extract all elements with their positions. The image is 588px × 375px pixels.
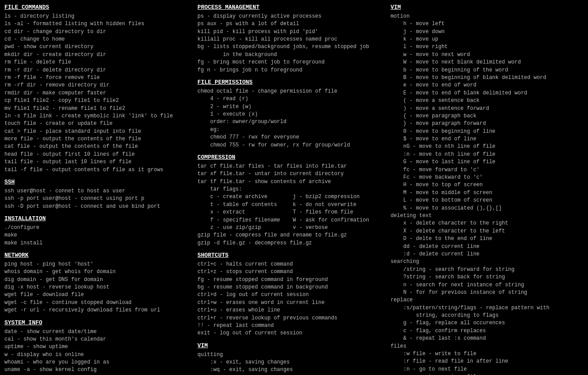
content-line: ctrl+r - reverse lookup of previous comm… xyxy=(197,315,385,322)
content-line: rm -r dir - delete directory dir xyxy=(4,67,192,74)
content-line: fg - bring most recent job to foreground xyxy=(197,59,385,66)
content-line: c - create archive j - bzip2 compression xyxy=(197,193,385,201)
content-line: H - move to top of screen xyxy=(391,181,578,189)
content-line: j - move down xyxy=(391,28,578,36)
content-line: ls -al - formatted listing with hidden f… xyxy=(4,20,192,28)
content-line: G - move to last line of file xyxy=(391,158,578,166)
content-line: ln -s file link - create symbolic link '… xyxy=(4,112,192,120)
content-line: n - search for next instance of string xyxy=(391,281,578,289)
content-line: Fc - move backward to 'c' xyxy=(391,174,578,181)
content-line: gzip file - compress file and rename to … xyxy=(197,232,385,239)
content-line: cp file1 file2 - copy file1 to file2 xyxy=(4,97,192,105)
content-line: ping host - ping host 'host' xyxy=(4,261,192,268)
content-line: dig domain - get DNS for domain xyxy=(4,276,192,284)
section-title-file-permissions: FILE PERMISSIONS xyxy=(197,79,385,87)
content-line: :r file - read file in after line xyxy=(391,358,578,365)
content-line: files xyxy=(391,343,578,350)
content-line: rm file - delete file xyxy=(4,59,192,66)
section-title-shortcuts: SHORTCUTS xyxy=(197,251,385,260)
content-line: tar tf file.tar - show contents of archi… xyxy=(197,178,385,186)
content-line: rmdir dir - make computer faster xyxy=(4,90,192,97)
content-line: head file - output first 10 lines of fil… xyxy=(4,151,192,158)
content-line: :wq - exit, saving changes xyxy=(197,366,385,374)
content-line: tail file - output last 10 lines of file xyxy=(4,158,192,166)
content-line: cal - show this month's calendar xyxy=(4,336,192,343)
content-line: D - delte to the end of line xyxy=(391,235,578,243)
content-line: ctrl+u - erases whole line xyxy=(197,307,385,314)
content-line: make install xyxy=(4,240,192,247)
content-line: ( - move a sentence back xyxy=(391,97,578,105)
content-line: cd - change to home xyxy=(4,36,192,43)
page-layout: FILE COMMANDSls - directory listingls -a… xyxy=(4,4,584,375)
content-line: fc - move forward to 'c' xyxy=(391,166,578,174)
content-line: 1 - execute (x) xyxy=(197,111,385,118)
content-line: ls - directory listing xyxy=(4,13,192,20)
column-3: VIMmotion h - move left j - move down k … xyxy=(391,4,584,375)
content-line: cat > file - place standard input into f… xyxy=(4,128,192,135)
content-line: bg - resume stopped command in backgroun… xyxy=(197,284,385,291)
content-line: e - move to end of word xyxy=(391,82,578,89)
content-line: X - delete character to the left xyxy=(391,228,578,235)
content-line: searching xyxy=(391,258,578,266)
section-title-ssh: SSH xyxy=(4,178,192,187)
content-line: fg n - brings job n to foreground xyxy=(197,67,385,74)
content-line: ps aux - ps with a lot of detail xyxy=(197,20,385,28)
content-line: ) - move a sentence forward xyxy=(391,105,578,112)
content-line: chmod 755 - rw for owner, rx for group/w… xyxy=(197,142,385,149)
content-line: chmod octal file - change permission of … xyxy=(197,88,385,95)
content-line: E - move to end of blank delimited word xyxy=(391,90,578,97)
content-line: more file - output the contents of the f… xyxy=(4,135,192,143)
content-line: touch file - create or update file xyxy=(4,120,192,128)
content-line: exit - log out of current session xyxy=(197,330,385,337)
content-line: ctrl+z - stops current command xyxy=(197,268,385,276)
content-line: :n - move to nth line of file xyxy=(391,151,578,158)
content-line: ctrl+w - erases one word in current line xyxy=(197,299,385,307)
content-line: cat file - output the contents of the fi… xyxy=(4,143,192,150)
content-line: whoami - who are you logged in as xyxy=(4,359,192,366)
content-line: c - flag, confirm replaces xyxy=(391,327,578,335)
content-line: L - move to bottom of screen xyxy=(391,197,578,204)
content-line: ?string - search back for string xyxy=(391,274,578,281)
content-line: wget -r url - recursively download files… xyxy=(4,307,192,314)
content-line: w - move to next word xyxy=(391,51,578,59)
content-line: tar flags: xyxy=(197,186,385,193)
content-line: W - move to next blank delimited word xyxy=(391,59,578,66)
content-line: gzip -d file.gz - decompress file.gz xyxy=(197,240,385,247)
content-line: { - move paragraph back xyxy=(391,112,578,120)
content-line: % - move to associated (),{},[] xyxy=(391,205,578,212)
content-line: in the background xyxy=(197,51,385,59)
content-line: x - delete character to the right xyxy=(391,220,578,227)
content-line: B - move to beginning of blank delimited… xyxy=(391,74,578,82)
content-line: rm -rf dir - remove directory dir xyxy=(4,82,192,89)
content-line: quitting xyxy=(197,351,385,359)
content-line: string, according to flags xyxy=(391,312,578,319)
content-line: wget file - download file xyxy=(4,291,192,299)
content-line: date - show current date/time xyxy=(4,328,192,336)
content-line: l - move right xyxy=(391,43,578,51)
content-line: mkdir dir - create directory dir xyxy=(4,51,192,59)
content-line: :p - go to previous file xyxy=(391,373,578,375)
content-line: motion xyxy=(391,13,578,20)
content-line: ps - display currently active processes xyxy=(197,13,385,20)
content-line: :s/pattern/string/flags - replace patter… xyxy=(391,304,578,312)
content-line: tar xf file.tar - untar into current dir… xyxy=(197,170,385,178)
content-line: cd dir - change directory to dir xyxy=(4,28,192,36)
content-line: chmod 777 - rwx for everyone xyxy=(197,134,385,141)
content-line: x - extract T - files from file xyxy=(197,209,385,216)
content-line: tar cf file.tar files - tar files into f… xyxy=(197,163,385,170)
content-line: h - move left xyxy=(391,20,578,28)
content-line: whois domain - get whois for domain xyxy=(4,268,192,276)
content-line: replace xyxy=(391,296,578,304)
content-line: b - move to beginning of the word xyxy=(391,67,578,74)
content-line: dd - delete current line xyxy=(391,243,578,251)
content-line: tail -f file - output contents of file a… xyxy=(4,166,192,174)
content-line: N - for for previous instance of string xyxy=(391,289,578,296)
content-line: ./configure xyxy=(4,224,192,232)
content-line: t - table of contents k - do not overwri… xyxy=(197,201,385,209)
content-line: ssh -D port user@host - connect and use … xyxy=(4,203,192,210)
content-line: M - move to middle of screen xyxy=(391,189,578,197)
content-line: bg - lists stopped/background jobs, resu… xyxy=(197,43,385,51)
content-line: rm -f file - force remove file xyxy=(4,74,192,82)
content-line: nG - move to nth line of file xyxy=(391,143,578,150)
content-line: k - move up xyxy=(391,36,578,43)
